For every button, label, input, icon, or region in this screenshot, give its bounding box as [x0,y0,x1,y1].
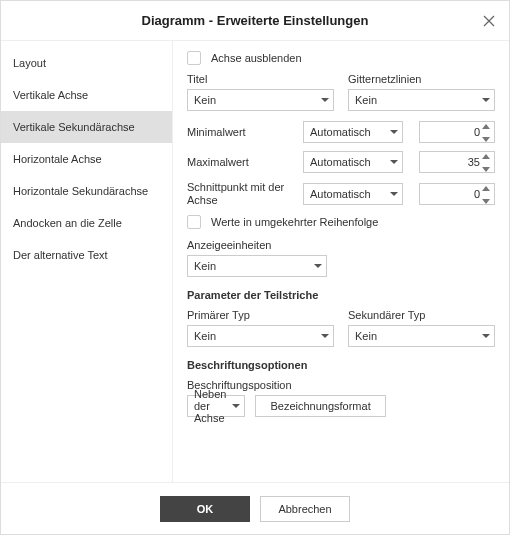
chevron-down-icon [482,94,490,106]
ticks-heading: Parameter der Teilstriche [187,289,495,301]
units-label: Anzeigeeinheiten [187,239,327,251]
chevron-down-icon [482,132,492,144]
primary-type-field: Primärer Typ Kein [187,309,334,347]
min-spinner[interactable] [482,122,492,142]
gridlines-label: Gitternetzlinien [348,73,495,85]
svg-marker-3 [482,98,490,102]
chevron-down-icon [390,188,398,200]
close-icon [481,15,497,32]
title-select-value: Kein [194,94,216,106]
svg-marker-7 [390,160,398,164]
cross-spinner[interactable] [482,184,492,204]
chevron-down-icon [232,400,240,412]
ok-button[interactable]: OK [160,496,250,522]
dialog-buttons: OK Abbrechen [1,482,509,534]
units-select-value: Kein [194,260,216,272]
cancel-button[interactable]: Abbrechen [260,496,350,522]
svg-marker-12 [482,199,490,204]
chevron-down-icon [390,126,398,138]
min-value-input[interactable]: 0 [419,121,495,143]
sidebar-item-vertical-axis[interactable]: Vertikale Achse [1,79,172,111]
sidebar-item-horizontal-secondary-axis[interactable]: Horizontale Sekundärachse [1,175,172,207]
chevron-down-icon [321,330,329,342]
gridlines-select-value: Kein [355,94,377,106]
units-select[interactable]: Kein [187,255,327,277]
max-mode-select[interactable]: Automatisch [303,151,403,173]
label-pos-field: Beschriftungsposition Neben der Achse Be… [187,379,357,417]
svg-marker-8 [482,154,490,159]
svg-marker-4 [390,130,398,134]
primary-type-value: Kein [194,330,216,342]
chevron-up-icon [482,150,492,162]
sidebar-item-snap-to-cell[interactable]: Andocken an die Zelle [1,207,172,239]
svg-marker-2 [321,98,329,102]
max-value-input[interactable]: 35 [419,151,495,173]
max-spinner[interactable] [482,152,492,172]
label-options-heading: Beschriftungsoptionen [187,359,495,371]
close-button[interactable] [481,13,497,29]
svg-marker-15 [482,334,490,338]
gridlines-field: Gitternetzlinien Kein [348,73,495,111]
cross-value-input[interactable]: 0 [419,183,495,205]
sidebar: Layout Vertikale Achse Vertikale Sekundä… [1,41,173,482]
min-label: Minimalwert [187,126,295,138]
primary-type-label: Primärer Typ [187,309,334,321]
chevron-down-icon [482,330,490,342]
reverse-label: Werte in umgekehrter Reihenfolge [211,216,378,228]
primary-type-select[interactable]: Kein [187,325,334,347]
cross-row: Schnittpunkt mit der Achse Automatisch 0 [187,181,495,207]
sidebar-item-alt-text[interactable]: Der alternative Text [1,239,172,271]
svg-marker-5 [482,124,490,129]
max-row: Maximalwert Automatisch 35 [187,151,495,173]
chevron-down-icon [482,194,492,206]
secondary-type-label: Sekundärer Typ [348,309,495,321]
svg-marker-16 [232,404,240,408]
gridlines-select[interactable]: Kein [348,89,495,111]
secondary-type-field: Sekundärer Typ Kein [348,309,495,347]
svg-marker-14 [321,334,329,338]
dialog-body: Layout Vertikale Achse Vertikale Sekundä… [1,41,509,482]
units-field: Anzeigeeinheiten Kein [187,239,327,277]
label-format-button[interactable]: Bezeichnungsformat [255,395,385,417]
chevron-up-icon [482,120,492,132]
svg-marker-11 [482,186,490,191]
label-pos-value: Neben der Achse [194,388,226,424]
max-label: Maximalwert [187,156,295,168]
svg-marker-9 [482,167,490,172]
chevron-down-icon [314,260,322,272]
label-pos-select[interactable]: Neben der Achse [187,395,245,417]
hide-axis-row: Achse ausblenden [187,51,495,65]
chevron-down-icon [321,94,329,106]
reverse-row: Werte in umgekehrter Reihenfolge [187,215,495,229]
hide-axis-label: Achse ausblenden [211,52,302,64]
title-field: Titel Kein [187,73,334,111]
svg-marker-13 [314,264,322,268]
svg-marker-6 [482,137,490,142]
sidebar-item-vertical-secondary-axis[interactable]: Vertikale Sekundärachse [1,111,172,143]
chevron-up-icon [482,182,492,194]
cross-label: Schnittpunkt mit der Achse [187,181,295,207]
cross-mode-value: Automatisch [310,188,371,200]
secondary-type-select[interactable]: Kein [348,325,495,347]
titlebar: Diagramm - Erweiterte Einstellungen [1,1,509,41]
dialog-title: Diagramm - Erweiterte Einstellungen [142,13,369,28]
chevron-down-icon [482,162,492,174]
sidebar-item-layout[interactable]: Layout [1,47,172,79]
min-row: Minimalwert Automatisch 0 [187,121,495,143]
max-mode-value: Automatisch [310,156,371,168]
title-label: Titel [187,73,334,85]
min-mode-select[interactable]: Automatisch [303,121,403,143]
secondary-type-value: Kein [355,330,377,342]
chevron-down-icon [390,156,398,168]
cross-mode-select[interactable]: Automatisch [303,183,403,205]
reverse-checkbox[interactable] [187,215,201,229]
svg-marker-10 [390,192,398,196]
min-mode-value: Automatisch [310,126,371,138]
dialog: Diagramm - Erweiterte Einstellungen Layo… [0,0,510,535]
title-select[interactable]: Kein [187,89,334,111]
hide-axis-checkbox[interactable] [187,51,201,65]
content-pane: Achse ausblenden Titel Kein Gitternetzli… [173,41,509,482]
sidebar-item-horizontal-axis[interactable]: Horizontale Achse [1,143,172,175]
